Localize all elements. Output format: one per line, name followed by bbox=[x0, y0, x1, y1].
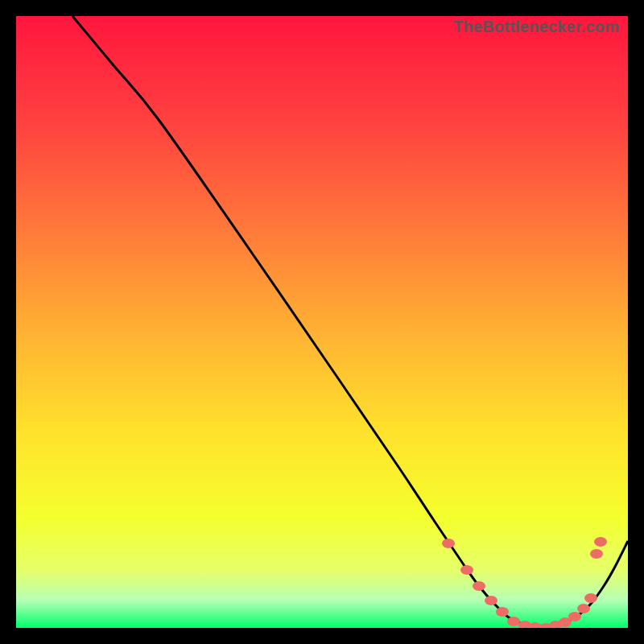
curve-marker bbox=[568, 612, 581, 621]
curve-marker bbox=[460, 565, 473, 575]
curve-marker bbox=[473, 581, 485, 591]
curve-marker bbox=[485, 596, 497, 605]
bottleneck-chart bbox=[16, 16, 628, 628]
curve-marker bbox=[584, 593, 597, 603]
gradient-background bbox=[16, 16, 628, 628]
curve-marker bbox=[594, 537, 607, 547]
curve-marker bbox=[496, 607, 509, 617]
curve-marker bbox=[590, 549, 603, 559]
curve-marker bbox=[577, 604, 590, 613]
watermark-label: TheBottlenecker.com bbox=[454, 18, 620, 36]
curve-marker bbox=[507, 617, 520, 626]
curve-marker bbox=[442, 539, 455, 548]
chart-frame: TheBottlenecker.com bbox=[16, 16, 628, 628]
